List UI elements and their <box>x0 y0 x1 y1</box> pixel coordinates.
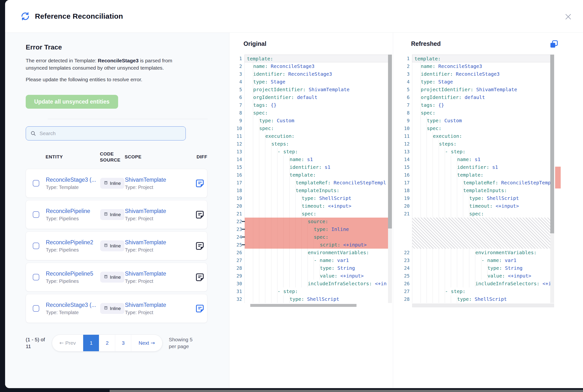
line-number: 24 <box>233 233 244 241</box>
scope-type-label: Type: Project <box>125 247 193 253</box>
horizontal-scrollbar-thumb[interactable] <box>250 304 357 307</box>
code-line: 30includeInfraSelectors: <+in <box>233 280 392 288</box>
column-header-scope: SCOPE <box>125 154 193 160</box>
line-number: 27 <box>233 256 244 264</box>
original-panel-title: Original <box>233 33 392 54</box>
horizontal-scrollbar-thumb[interactable] <box>110 390 583 392</box>
horizontal-scrollbar[interactable] <box>244 304 392 307</box>
entity-row: ReconcilePipeline2Type: PipelinesInlineS… <box>26 232 207 260</box>
entity-link[interactable]: ReconcilePipeline5 <box>46 270 100 277</box>
code-line: 21spec: <box>400 210 554 218</box>
row-checkbox[interactable] <box>33 242 39 249</box>
entity-link[interactable]: ReconcileStage3 (... <box>46 302 100 308</box>
code-line: 2name: ReconcileStage3 <box>233 62 392 70</box>
line-number: 6 <box>233 94 244 101</box>
entity-row: ReconcilePipelineType: PipelinesInlineSh… <box>26 200 207 229</box>
diff-view: Original 1template:2name: ReconcileStage… <box>229 33 583 388</box>
code-source-badge: Inline <box>100 272 124 282</box>
code-line: 16template: <box>233 171 392 179</box>
removed-block-placeholder <box>412 218 554 249</box>
code-line: 29value: <+input> <box>233 272 392 280</box>
code-source-badge: Inline <box>100 209 124 220</box>
vertical-scrollbar[interactable] <box>550 54 554 303</box>
code-line: 13- step: <box>400 148 554 156</box>
line-number: 11 <box>400 132 412 140</box>
page-button-1[interactable]: 1 <box>83 335 99 351</box>
scope-link[interactable]: ShivamTemplate <box>125 208 193 214</box>
original-panel: Original 1template:2name: ReconcileStage… <box>229 33 393 388</box>
row-checkbox[interactable] <box>33 211 39 218</box>
page-button-3[interactable]: 3 <box>115 335 131 351</box>
copy-button[interactable] <box>549 40 559 49</box>
row-checkbox[interactable] <box>33 305 39 312</box>
next-page-button[interactable]: Next → <box>131 335 162 351</box>
line-number: 9 <box>233 117 244 124</box>
line-number: 2 <box>400 62 412 70</box>
line-number: 19 <box>400 194 412 202</box>
code-line: 12steps: <box>233 140 392 148</box>
code-line: 24type: String <box>400 264 554 272</box>
row-checkbox[interactable] <box>33 180 39 186</box>
code-source-badge: Inline <box>100 303 124 314</box>
vertical-scrollbar-thumb[interactable] <box>388 54 392 228</box>
code-line: 10spec: <box>400 124 554 132</box>
code-line: 16template: <box>400 171 554 179</box>
scope-link[interactable]: ShivamTemplate <box>125 302 193 308</box>
line-number: 11 <box>233 132 244 140</box>
scope-type-label: Type: Project <box>125 278 193 284</box>
column-header-code-source: CODE SOURCE <box>100 151 121 163</box>
vertical-scrollbar[interactable] <box>388 54 392 303</box>
line-number: 12 <box>400 140 412 148</box>
page-button-2[interactable]: 2 <box>99 335 115 351</box>
scope-link[interactable]: ShivamTemplate <box>125 270 193 277</box>
line-number: 30 <box>233 280 244 288</box>
entity-link[interactable]: ReconcilePipeline2 <box>46 239 100 246</box>
dialog-header: Reference Reconciliation <box>5 0 583 33</box>
diff-document-icon[interactable] <box>195 272 205 282</box>
horizontal-scrollbar[interactable] <box>412 304 554 307</box>
code-line: 6orgIdentifier: default <box>400 94 554 101</box>
entity-type-label: Type: Template <box>46 310 100 315</box>
diff-document-icon[interactable] <box>195 304 205 314</box>
line-number: 20 <box>400 202 412 210</box>
diff-document-icon[interactable] <box>195 210 205 220</box>
line-number: 7 <box>400 101 412 109</box>
code-line: 22environmentVariables: <box>400 249 554 256</box>
prev-page-button[interactable]: ← Prev <box>52 335 83 351</box>
line-number: 8 <box>400 109 412 117</box>
entity-link[interactable]: ReconcileStage3 (... <box>46 176 100 183</box>
line-number: 18 <box>400 186 412 194</box>
line-number: 2 <box>233 62 244 70</box>
error-instruction: Please update the following entities to … <box>26 77 194 82</box>
removed-line-marker <box>242 244 245 245</box>
removed-line-marker <box>242 221 245 222</box>
update-all-unsynced-entities-button[interactable]: Update all unsynced entities <box>26 95 118 109</box>
code-line: 4type: Stage <box>400 78 554 86</box>
refreshed-panel: Refreshed 1template:2name: ReconcileStag… <box>393 33 583 388</box>
line-number: 10 <box>400 124 412 132</box>
close-button[interactable] <box>564 12 573 21</box>
scope-link[interactable]: ShivamTemplate <box>125 176 193 183</box>
code-line: 11execution: <box>233 132 392 140</box>
entity-link[interactable]: ReconcilePipeline <box>46 208 100 214</box>
line-number: 14 <box>400 156 412 163</box>
dialog-body: Error Trace The error detected in Templa… <box>5 33 583 388</box>
scope-type-label: Type: Project <box>125 310 193 315</box>
inline-storage-icon <box>104 212 108 217</box>
row-checkbox[interactable] <box>33 274 39 280</box>
line-number: 27 <box>400 288 412 295</box>
line-number: 20 <box>233 202 244 210</box>
line-number: 15 <box>233 163 244 171</box>
search-input[interactable] <box>39 130 181 136</box>
code-line: 25script: <+input> <box>233 241 392 249</box>
line-number: 4 <box>400 78 412 86</box>
line-number: 13 <box>400 148 412 156</box>
vertical-scrollbar-thumb[interactable] <box>550 54 554 233</box>
scope-link[interactable]: ShivamTemplate <box>125 239 193 246</box>
diff-document-icon[interactable] <box>195 241 205 251</box>
code-source-badge: Inline <box>100 240 124 251</box>
code-line: 7tags: {} <box>233 101 392 109</box>
pagination-range-label: (1 - 5) of 11 <box>26 336 45 350</box>
diff-document-icon[interactable] <box>195 178 205 188</box>
inline-storage-icon <box>104 243 108 249</box>
